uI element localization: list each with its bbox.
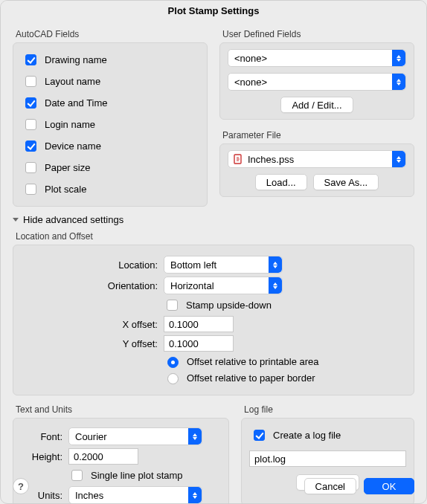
login-name-checkbox[interactable] [25, 119, 36, 130]
chevron-updown-icon [188, 428, 202, 445]
plot-scale-label: Plot scale [45, 184, 86, 195]
orientation-select[interactable]: Horizontal [164, 277, 283, 294]
help-button[interactable]: ? [13, 478, 29, 494]
font-label: Font: [21, 431, 62, 442]
offset-paper-radio[interactable] [167, 373, 179, 384]
text-units-label: Text and Units [13, 400, 229, 418]
create-log-label: Create a log file [273, 430, 341, 441]
autocad-fields-label: AutoCAD Fields [13, 25, 208, 42]
y-offset-input[interactable] [164, 335, 234, 352]
user-field-1-value: <none> [234, 53, 267, 64]
offset-paper-label: Offset relative to paper border [187, 372, 315, 384]
location-select[interactable]: Bottom left [164, 256, 283, 274]
y-offset-label: Y offset: [22, 338, 158, 349]
date-time-checkbox[interactable] [25, 97, 36, 109]
pss-file-icon [233, 154, 243, 164]
x-offset-input[interactable] [164, 316, 234, 332]
window-title: Plot Stamp Settings [1, 1, 426, 22]
font-value: Courier [75, 431, 107, 442]
offset-printable-radio[interactable] [167, 357, 179, 368]
stamp-upside-down-label: Stamp upside-down [186, 300, 272, 311]
create-log-checkbox[interactable] [254, 430, 265, 441]
parameter-file-select[interactable]: Inches.pss [228, 150, 406, 168]
plot-scale-checkbox[interactable] [25, 184, 36, 195]
device-name-checkbox[interactable] [25, 140, 36, 152]
parameter-file-value: Inches.pss [248, 154, 294, 165]
chevron-updown-icon [269, 277, 282, 294]
location-offset-label: Location and Offset [13, 227, 414, 245]
chevron-updown-icon [392, 151, 405, 167]
help-icon: ? [18, 481, 24, 492]
parameter-file-label: Parameter File [219, 126, 414, 143]
font-select[interactable]: Courier [68, 427, 202, 445]
height-input[interactable] [68, 448, 138, 465]
offset-printable-label: Offset relative to printable area [187, 356, 319, 367]
login-name-label: Login name [45, 119, 95, 130]
add-edit-button[interactable]: Add / Edit... [280, 97, 353, 113]
height-label: Height: [21, 451, 62, 462]
paper-size-label: Paper size [45, 162, 90, 173]
log-file-label: Log file [241, 400, 414, 418]
advanced-settings-label: Hide advanced settings [23, 214, 123, 225]
chevron-updown-icon [269, 256, 282, 273]
x-offset-label: X offset: [22, 319, 158, 330]
date-time-label: Date and Time [45, 97, 108, 109]
location-value: Bottom left [170, 259, 216, 271]
cancel-button[interactable]: Cancel [304, 478, 356, 494]
disclosure-triangle-icon [13, 218, 19, 222]
user-field-2-value: <none> [234, 77, 267, 88]
layout-name-label: Layout name [45, 76, 100, 87]
orientation-value: Horizontal [170, 280, 214, 291]
advanced-settings-toggle[interactable]: Hide advanced settings [13, 214, 414, 225]
load-button[interactable]: Load... [255, 174, 307, 190]
device-name-label: Device name [45, 140, 101, 152]
location-offset-panel: Location: Bottom left Orientation: Horiz… [13, 245, 414, 395]
chevron-updown-icon [392, 50, 405, 66]
save-as-button[interactable]: Save As... [313, 174, 379, 190]
stamp-upside-down-checkbox[interactable] [167, 300, 178, 311]
user-fields-panel: <none> <none> Add / Edit... [219, 42, 414, 120]
location-label: Location: [22, 259, 158, 271]
chevron-updown-icon [392, 74, 405, 90]
log-filename-input[interactable] [249, 450, 406, 467]
layout-name-checkbox[interactable] [25, 76, 36, 87]
user-field-1-select[interactable]: <none> [228, 49, 406, 67]
user-fields-label: User Defined Fields [219, 25, 414, 42]
orientation-label: Orientation: [22, 280, 158, 291]
autocad-fields-panel: Drawing name Layout name Date and Time L… [13, 42, 208, 207]
parameter-file-panel: Inches.pss Load... Save As... [219, 143, 414, 197]
user-field-2-select[interactable]: <none> [228, 73, 406, 91]
drawing-name-checkbox[interactable] [25, 54, 36, 65]
paper-size-checkbox[interactable] [25, 162, 36, 173]
drawing-name-label: Drawing name [45, 54, 107, 65]
ok-button[interactable]: OK [364, 478, 414, 494]
